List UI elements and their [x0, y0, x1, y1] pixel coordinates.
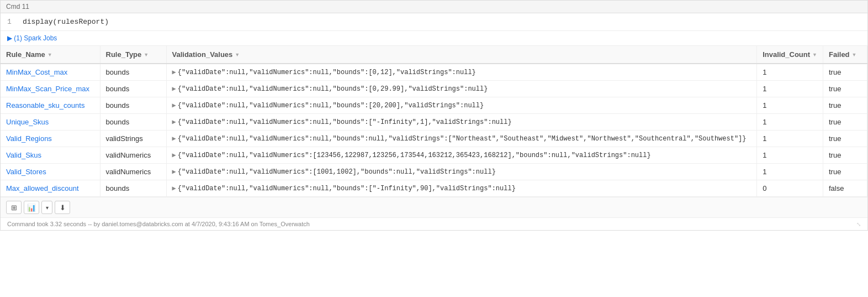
- cell-rule-name[interactable]: Unique_Skus: [1, 114, 100, 131]
- cell-rule-name[interactable]: Reasonable_sku_counts: [1, 97, 100, 114]
- table-row: Unique_Skusbounds▶{"validDate":null,"val…: [1, 114, 867, 131]
- cell-header: Cmd 11: [1, 1, 867, 13]
- cell-failed: true: [823, 64, 867, 81]
- expand-arrow[interactable]: ▶: [172, 152, 176, 159]
- cell-validation-values[interactable]: ▶{"validDate":null,"validNumerics":null,…: [166, 114, 757, 131]
- status-text: Command took 3.32 seconds -- by daniel.t…: [7, 221, 310, 227]
- chart-view-button[interactable]: 📊: [24, 201, 39, 214]
- spark-jobs-bar: ▶ (1) Spark Jobs: [1, 31, 867, 46]
- cell-invalid-count: 1: [757, 131, 823, 147]
- cell-rule-type: validNumerics: [100, 164, 166, 180]
- cell-failed: true: [823, 114, 867, 131]
- cell-rule-name[interactable]: Valid_Stores: [1, 164, 100, 180]
- cell-failed: true: [823, 131, 867, 147]
- cmd-label: Cmd 11: [6, 3, 29, 11]
- cell-invalid-count: 1: [757, 114, 823, 131]
- cell-failed: true: [823, 147, 867, 164]
- chevron-down-icon: ▾: [46, 205, 49, 211]
- col-header-validation-values[interactable]: Validation_Values ▼: [166, 46, 757, 64]
- expand-arrow[interactable]: ▶: [172, 168, 176, 176]
- cell-rule-name[interactable]: Max_allowed_discount: [1, 180, 100, 197]
- chart-icon: 📊: [27, 204, 36, 212]
- cell-rule-type: bounds: [100, 180, 166, 197]
- table-header-row: Rule_Name ▼ Rule_Type ▼ Validation_Value…: [1, 46, 867, 64]
- code-area: 1 display(rulesReport): [1, 13, 867, 31]
- cell-invalid-count: 1: [757, 97, 823, 114]
- data-table-container: Rule_Name ▼ Rule_Type ▼ Validation_Value…: [1, 46, 867, 197]
- cell-validation-values[interactable]: ▶{"validDate":null,"validNumerics":[1234…: [166, 147, 757, 164]
- expand-arrow[interactable]: ▶: [172, 118, 176, 126]
- col-header-failed[interactable]: Failed ▼: [823, 46, 867, 64]
- table-icon: ⊞: [11, 204, 17, 212]
- table-row: Valid_StoresvalidNumerics▶{"validDate":n…: [1, 164, 867, 180]
- cell-rule-name[interactable]: Valid_Regions: [1, 131, 100, 147]
- cell-rule-type: bounds: [100, 64, 166, 81]
- cell-rule-name[interactable]: Valid_Skus: [1, 147, 100, 164]
- col-header-invalid-count[interactable]: Invalid_Count ▼: [757, 46, 823, 64]
- spark-jobs-link[interactable]: ▶ (1) Spark Jobs: [7, 34, 57, 42]
- expand-arrow[interactable]: ▶: [172, 85, 176, 93]
- table-row: Valid_RegionsvalidStrings▶{"validDate":n…: [1, 131, 867, 147]
- results-table: Rule_Name ▼ Rule_Type ▼ Validation_Value…: [1, 46, 867, 197]
- table-row: Max_allowed_discountbounds▶{"validDate":…: [1, 180, 867, 197]
- cell-rule-name[interactable]: MinMax_Scan_Price_max: [1, 81, 100, 97]
- sort-icon-invalid-count: ▼: [812, 52, 817, 58]
- table-row: MinMax_Scan_Price_maxbounds▶{"validDate"…: [1, 81, 867, 97]
- table-row: Reasonable_sku_countsbounds▶{"validDate"…: [1, 97, 867, 114]
- expand-arrow[interactable]: ▶: [172, 185, 176, 192]
- cell-footer: Command took 3.32 seconds -- by daniel.t…: [1, 217, 867, 230]
- expand-arrow[interactable]: ▶: [172, 135, 176, 143]
- cell-invalid-count: 1: [757, 147, 823, 164]
- code-content: display(rulesReport): [23, 18, 109, 26]
- cell-validation-values[interactable]: ▶{"validDate":null,"validNumerics":null,…: [166, 180, 757, 197]
- download-icon: ⬇: [60, 204, 66, 212]
- cell-invalid-count: 1: [757, 164, 823, 180]
- table-view-button[interactable]: ⊞: [6, 201, 22, 214]
- cell-validation-values[interactable]: ▶{"validDate":null,"validNumerics":null,…: [166, 64, 757, 81]
- table-row: MinMax_Cost_maxbounds▶{"validDate":null,…: [1, 64, 867, 81]
- col-header-rule-type[interactable]: Rule_Type ▼: [100, 46, 166, 64]
- col-header-rule-name[interactable]: Rule_Name ▼: [1, 46, 100, 64]
- cell-invalid-count: 1: [757, 64, 823, 81]
- cell-validation-values[interactable]: ▶{"validDate":null,"validNumerics":null,…: [166, 97, 757, 114]
- download-button[interactable]: ⬇: [55, 201, 70, 214]
- cell-failed: false: [823, 180, 867, 197]
- table-row: Valid_SkusvalidNumerics▶{"validDate":nul…: [1, 147, 867, 164]
- cell-rule-type: bounds: [100, 81, 166, 97]
- cell-failed: true: [823, 97, 867, 114]
- cell-invalid-count: 0: [757, 180, 823, 197]
- expand-arrow[interactable]: ▶: [172, 102, 176, 110]
- cell-failed: true: [823, 164, 867, 180]
- cell-rule-type: bounds: [100, 97, 166, 114]
- cell-validation-values[interactable]: ▶{"validDate":null,"validNumerics":null,…: [166, 131, 757, 147]
- resize-handle[interactable]: ⤡: [856, 221, 861, 227]
- cell-validation-values[interactable]: ▶{"validDate":null,"validNumerics":null,…: [166, 81, 757, 97]
- sort-icon-rule-name: ▼: [47, 52, 52, 58]
- cell-rule-type: validNumerics: [100, 147, 166, 164]
- chart-dropdown-button[interactable]: ▾: [41, 201, 52, 214]
- cell-rule-type: bounds: [100, 114, 166, 131]
- sort-icon-validation: ▼: [235, 52, 240, 58]
- cell-rule-name[interactable]: MinMax_Cost_max: [1, 64, 100, 81]
- line-number: 1: [7, 18, 16, 26]
- expand-arrow[interactable]: ▶: [172, 69, 176, 76]
- cell-rule-type: validStrings: [100, 131, 166, 147]
- cell-validation-values[interactable]: ▶{"validDate":null,"validNumerics":[1001…: [166, 164, 757, 180]
- sort-icon-failed: ▼: [852, 52, 857, 58]
- cell-failed: true: [823, 81, 867, 97]
- cell-invalid-count: 1: [757, 81, 823, 97]
- sort-icon-rule-type: ▼: [144, 52, 149, 58]
- notebook-cell: Cmd 11 1 display(rulesReport) ▶ (1) Spar…: [0, 0, 868, 231]
- cell-toolbar: ⊞ 📊 ▾ ⬇: [1, 197, 867, 217]
